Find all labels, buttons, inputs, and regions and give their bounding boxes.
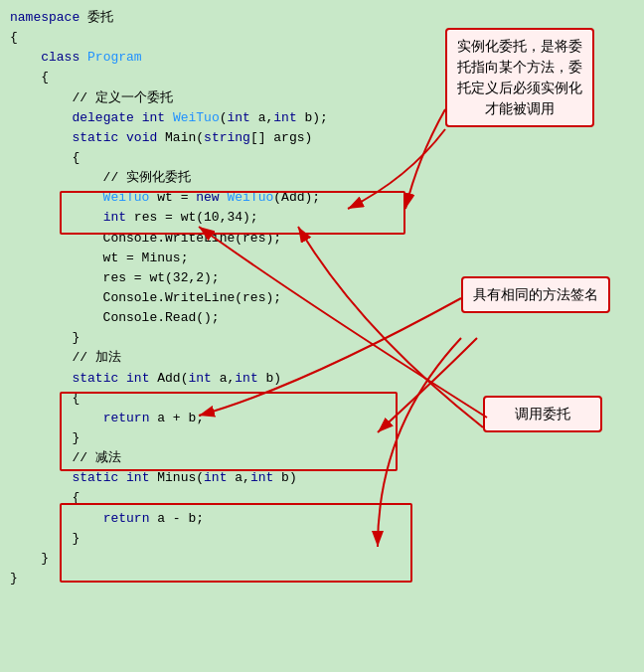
code-display: namespace 委托 { class Program { // 定义一个委托… bbox=[0, 0, 417, 672]
annotation-signature: 具有相同的方法签名 bbox=[461, 276, 610, 313]
annotation-instantiation: 实例化委托，是将委托指向某个方法，委托定义后必须实例化才能被调用 bbox=[445, 28, 594, 127]
annotation-call: 调用委托 bbox=[483, 396, 602, 432]
